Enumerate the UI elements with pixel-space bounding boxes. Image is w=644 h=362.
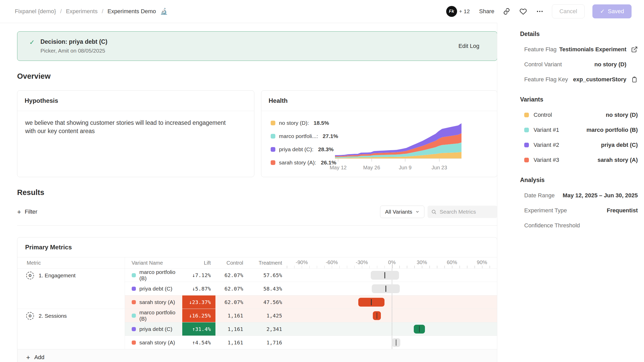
chevron-down-icon xyxy=(415,210,419,214)
row-label: Experiment Type xyxy=(520,207,567,214)
metric-name: 1. Engagement xyxy=(39,272,75,279)
variants-section: Variants Control no story (D) Variant #1… xyxy=(520,96,638,164)
copy-clipboard-icon[interactable] xyxy=(631,76,638,83)
lift-value: ↓7.12% xyxy=(182,269,215,282)
share-button[interactable]: Share xyxy=(479,8,494,15)
row-value: sarah story (A) xyxy=(598,157,638,163)
row-label: Control xyxy=(534,112,552,118)
check-icon: ✓ xyxy=(600,8,605,15)
link-icon[interactable] xyxy=(502,7,511,16)
breadcrumb-current: Experiments Demo xyxy=(108,8,156,15)
variant-color-dot xyxy=(132,327,136,331)
legend-item: no story (D): 18.5% xyxy=(271,120,338,126)
legend-value: 28.3% xyxy=(318,146,334,153)
decision-banner: ✓ Decision: priya debt (C) Picker, Amit … xyxy=(17,31,497,61)
legend-label: priya debt (C): xyxy=(279,146,313,153)
results-heading: Results xyxy=(17,188,497,197)
confidence-interval-cell xyxy=(287,336,497,349)
legend-item: marco portfoli...: 27.1% xyxy=(271,133,338,139)
feature-flag-key-row: Feature Flag Key exp_customerStory xyxy=(520,76,638,83)
cancel-button[interactable]: Cancel xyxy=(552,4,585,18)
confidence-interval-cell xyxy=(287,269,497,282)
legend-label: sarah story (A): xyxy=(279,160,316,166)
metric-target-icon: O xyxy=(26,272,34,279)
col-treatment: Treatment xyxy=(248,257,287,269)
row-label: Variant #1 xyxy=(534,127,559,133)
legend-swatch xyxy=(271,160,275,165)
health-title: Health xyxy=(261,91,497,111)
experiment-type-row: Experiment Type Frequentist xyxy=(520,207,638,214)
analysis-heading: Analysis xyxy=(520,177,638,184)
more-options-icon[interactable] xyxy=(535,7,544,16)
variant-color-dot xyxy=(132,300,136,304)
search-metrics-input[interactable] xyxy=(440,209,494,215)
metrics-table: Metric Variant Name Lift Control Treatme… xyxy=(17,257,497,349)
feature-flag-link[interactable]: Testimonials Experiment xyxy=(559,46,626,53)
row-label: Date Range xyxy=(520,192,555,199)
primary-metrics-title: Primary Metrics xyxy=(17,237,497,257)
row-value: marco portfolio (B) xyxy=(586,127,638,133)
add-filter-button[interactable]: + Filter xyxy=(17,208,37,215)
variant-name: sarah story (A) xyxy=(139,299,175,305)
variant-color-dot xyxy=(132,314,136,318)
variants-heading: Variants xyxy=(520,96,638,103)
confidence-interval-cell xyxy=(287,295,497,309)
variants-dropdown[interactable]: All Variants xyxy=(380,206,424,218)
control-value: 1,161 xyxy=(215,309,248,322)
favorite-heart-icon[interactable] xyxy=(519,7,528,16)
control-value: 62.07% xyxy=(215,295,248,309)
variant-swatch xyxy=(524,143,529,147)
treatment-value: 2,341 xyxy=(248,322,287,336)
variant-swatch xyxy=(524,128,529,132)
decision-title: Decision: priya debt (C) xyxy=(40,38,107,45)
confidence-interval-bar xyxy=(372,284,400,293)
legend-label: marco portfoli...: xyxy=(279,133,318,139)
zero-line xyxy=(392,264,393,268)
variant-row: Variant #1 marco portfolio (B) xyxy=(520,126,638,134)
breadcrumb-project[interactable]: Fixpanel {demo} xyxy=(15,8,56,15)
health-chart-x-axis: May 12May 26Jun 9Jun 23 xyxy=(335,164,461,172)
metric-name: 2. Sessions xyxy=(39,313,67,319)
control-variant-row: Control Variant no story (D) xyxy=(520,61,638,68)
breadcrumb-separator: / xyxy=(102,8,103,15)
col-metric: Metric xyxy=(17,257,125,269)
confidence-interval-bar xyxy=(373,311,381,320)
confidence-interval-bar xyxy=(414,325,425,334)
edit-log-button[interactable]: Edit Log xyxy=(458,43,485,49)
confidence-interval-bar xyxy=(371,271,399,280)
legend-item: sarah story (A): 26.1% xyxy=(271,160,338,166)
table-row: O 2. Sessions marco portfolio (B) ↓16.25… xyxy=(17,309,497,322)
divider xyxy=(17,225,497,226)
treatment-value: 47.56% xyxy=(248,295,287,309)
avatar[interactable]: Fk xyxy=(446,6,457,17)
details-sidebar: Details Feature Flag Testimonials Experi… xyxy=(497,23,644,362)
legend-item: priya debt (C): 28.3% xyxy=(271,146,338,153)
primary-metrics-card: Primary Metrics Metric Variant Name Lift… xyxy=(17,237,497,362)
collaborators[interactable]: Fk + 12 xyxy=(446,6,470,17)
add-label: Add xyxy=(34,354,44,361)
collaborators-count: + 12 xyxy=(459,8,470,15)
row-value: no story (D) xyxy=(594,61,626,68)
variants-dropdown-label: All Variants xyxy=(385,209,412,215)
row-label: Control Variant xyxy=(520,61,562,68)
health-card: Health no story (D): 18.5% marco portfol… xyxy=(261,90,497,177)
external-link-icon[interactable] xyxy=(631,46,638,53)
row-value: Frequentist xyxy=(607,207,638,214)
variant-row: Variant #3 sarah story (A) xyxy=(520,156,638,164)
table-row: O 1. Engagement marco portfolio (B) ↓7.1… xyxy=(17,269,497,282)
saved-button[interactable]: ✓ Saved xyxy=(592,4,632,18)
row-label: Variant #3 xyxy=(534,157,559,163)
row-value: May 12, 2025 – Jun 30, 2025 xyxy=(563,192,638,199)
confidence-interval-bar xyxy=(392,338,401,347)
decision-check-icon: ✓ xyxy=(29,38,35,46)
add-metric-button[interactable]: + Add xyxy=(17,349,497,362)
confidence-interval-cell xyxy=(287,322,497,336)
decision-subtitle: Picker, Amit on 08/05/2025 xyxy=(40,48,107,54)
search-icon xyxy=(431,209,437,215)
breadcrumb-experiments[interactable]: Experiments xyxy=(66,8,97,15)
confidence-interval-cell xyxy=(287,309,497,322)
main-content: ✓ Decision: priya debt (C) Picker, Amit … xyxy=(0,23,497,362)
search-metrics-box xyxy=(428,206,497,218)
legend-swatch xyxy=(271,134,275,139)
variant-color-dot xyxy=(132,341,136,345)
